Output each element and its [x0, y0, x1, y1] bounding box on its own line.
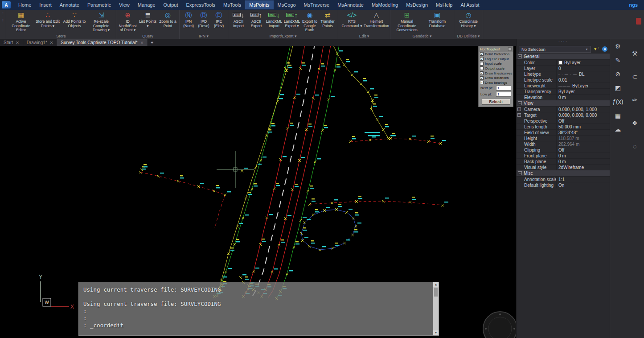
prop-value-default-lighting[interactable]: On — [556, 182, 610, 188]
survey-point-marker[interactable] — [355, 196, 362, 203]
drawing-edge-red-right-2[interactable] — [268, 46, 331, 297]
expand-icon[interactable]: + — [517, 107, 521, 111]
survey-point-marker[interactable] — [287, 123, 294, 130]
survey-point-marker[interactable] — [140, 164, 148, 171]
ribbon-button-list-points[interactable]: ≣List Points ▾ — [138, 10, 158, 29]
survey-point-marker[interactable] — [352, 212, 359, 219]
color-swatch[interactable] — [558, 61, 562, 65]
prop-value-linetype-scale[interactable]: 0.01 — [556, 77, 610, 82]
ribbon-group-label-db-utilities[interactable]: DB Utilities ▾ — [455, 33, 481, 39]
survey-point-marker[interactable] — [441, 202, 448, 206]
function-icon[interactable]: ƒ(x) — [612, 98, 623, 105]
attach-icon[interactable]: ⊘ — [615, 70, 620, 78]
survey-point-marker[interactable] — [300, 227, 307, 235]
panel-indicator-red[interactable] — [636, 18, 641, 25]
visibility-icon[interactable] — [602, 46, 607, 52]
close-icon[interactable]: ✕ — [50, 41, 53, 45]
menu-item-annotate[interactable]: Annotate — [56, 0, 83, 9]
toggle-draw-lines-curves[interactable]: ✓Draw lines/curves — [479, 71, 513, 76]
prop-value-transparency[interactable]: ByLayer — [556, 89, 610, 94]
menu-item-expresstools[interactable]: ExpressTools — [182, 0, 219, 9]
app-logo-icon[interactable]: A — [2, 1, 11, 8]
toggle-output-scale[interactable]: Output scale — [479, 66, 513, 71]
survey-point-marker[interactable] — [351, 71, 358, 76]
ribbon-button-ipd-desc[interactable]: ⒹIPD (Desc) — [196, 10, 211, 29]
survey-point-marker[interactable] — [250, 183, 258, 190]
menu-item-mshelp[interactable]: MsHelp — [432, 0, 456, 9]
drawing-road-centerline[interactable] — [252, 46, 315, 297]
drawing-fence-red-dashed-right-2[interactable] — [310, 201, 443, 205]
ribbon-group-label-import-export[interactable]: Import/Export ▾ — [230, 33, 336, 39]
sliders-icon[interactable]: ⚙ — [615, 43, 621, 50]
toggle-draw-distances[interactable]: ✓Draw distances — [479, 75, 513, 80]
menu-item-mspoints[interactable]: MsPoints — [245, 0, 273, 9]
style-brush-icon[interactable]: ✎ — [615, 57, 620, 64]
survey-point-marker[interactable] — [241, 168, 248, 173]
drawing-canvas[interactable]: YWX Hot Toggles! ✓Point Protection✓Log F… — [0, 46, 516, 338]
prop-value-width[interactable]: 202.964 m — [556, 141, 610, 147]
prop-value-front-plane[interactable]: 0 m — [556, 153, 610, 158]
survey-point-marker[interactable] — [382, 124, 389, 131]
survey-point-marker[interactable] — [308, 198, 316, 206]
menu-item-manage[interactable]: Manage — [134, 0, 160, 9]
section-header-misc[interactable]: −Misc — [517, 170, 610, 176]
drawing-edge-red-left[interactable] — [244, 46, 305, 297]
prop-value-elevation[interactable]: 0 m — [556, 95, 610, 100]
ribbon-button-transform-database[interactable]: ▣Transform Database — [422, 10, 452, 29]
menu-item-msannotate[interactable]: MsAnnotate — [333, 0, 368, 9]
prop-value-visual-style[interactable]: 2dWireframe — [556, 165, 610, 170]
materials-icon[interactable]: ◩ — [615, 84, 621, 91]
cloud-icon[interactable]: ☁ — [615, 126, 621, 133]
survey-point-marker[interactable] — [305, 124, 312, 131]
survey-point-marker[interactable] — [369, 136, 376, 141]
checkbox-icon[interactable]: ✓ — [480, 71, 484, 75]
survey-point-marker[interactable] — [335, 204, 342, 211]
survey-point-marker[interactable] — [292, 241, 299, 248]
menu-item-msdesign[interactable]: MsDesign — [402, 0, 432, 9]
ribbon-button-coordinate-history[interactable]: ◷Coordinate History ▾ — [455, 10, 481, 29]
survey-point-marker[interactable] — [331, 199, 338, 204]
components-icon[interactable]: ▦ — [615, 112, 621, 119]
drawing-boundary-green-left[interactable] — [215, 46, 291, 297]
prop-value-back-plane[interactable]: 0 m — [556, 159, 610, 164]
checkbox-icon[interactable] — [480, 66, 484, 70]
ribbon-button-active-coordinate-editor[interactable]: ▦Active Coordinate Editor — [8, 10, 34, 33]
prop-value-perspective[interactable]: Off — [556, 118, 610, 124]
checkbox-icon[interactable]: ✓ — [480, 57, 484, 61]
survey-point-marker[interactable] — [307, 185, 314, 193]
pan-hand-icon[interactable]: ◌ — [633, 143, 636, 150]
survey-point-marker[interactable] — [376, 116, 383, 121]
survey-point-marker[interactable] — [265, 129, 272, 136]
scroll-thumb[interactable] — [434, 288, 438, 297]
ribbon-button-ascii-export[interactable]: ASC↑ASCII Export — [247, 10, 265, 29]
survey-point-marker[interactable] — [299, 62, 306, 70]
survey-point-marker[interactable] — [308, 240, 315, 247]
survey-point-marker[interactable] — [233, 239, 240, 246]
prop-value-color[interactable]: ByLayer — [556, 60, 610, 65]
ribbon-button-add-points-to-objects[interactable]: ∵Add Points to Objects — [61, 10, 88, 29]
navigation-compass[interactable] — [483, 312, 516, 338]
filter-icon[interactable]: ▼⁺ — [593, 47, 600, 51]
survey-point-marker[interactable] — [197, 183, 204, 188]
toggle-point-protection[interactable]: ✓Point Protection — [479, 52, 513, 57]
toggle-input-scale[interactable]: Input scale — [479, 61, 513, 66]
toggle-log-file-output[interactable]: ✓Log File Output — [479, 57, 513, 62]
collapse-icon[interactable]: − — [518, 171, 522, 175]
survey-point-marker[interactable] — [343, 239, 350, 244]
pen-icon[interactable]: ✑ — [632, 96, 637, 103]
survey-point-marker[interactable] — [285, 65, 292, 72]
survey-point-marker[interactable] — [278, 239, 285, 247]
section-header-view[interactable]: −View — [517, 100, 610, 106]
drawing-edge-red-right[interactable] — [261, 46, 324, 297]
checkbox-icon[interactable]: ✓ — [480, 81, 484, 84]
refresh-button[interactable]: Refresh — [482, 99, 510, 105]
survey-point-marker[interactable] — [371, 95, 378, 102]
ribbon-button-re-scale-complete-drawing[interactable]: ⇲Re-scale Complete Drawing ▾ — [88, 10, 115, 33]
survey-point-marker[interactable] — [439, 140, 446, 145]
survey-point-marker[interactable] — [345, 209, 353, 214]
ribbon-group-label-store[interactable]: Store — [8, 33, 115, 39]
low-pt-input[interactable] — [496, 92, 511, 97]
survey-point-marker[interactable] — [323, 207, 330, 212]
survey-point-marker[interactable] — [291, 184, 299, 191]
ribbon-button-ipn-num[interactable]: ⓃIPN (Num) — [181, 10, 196, 29]
